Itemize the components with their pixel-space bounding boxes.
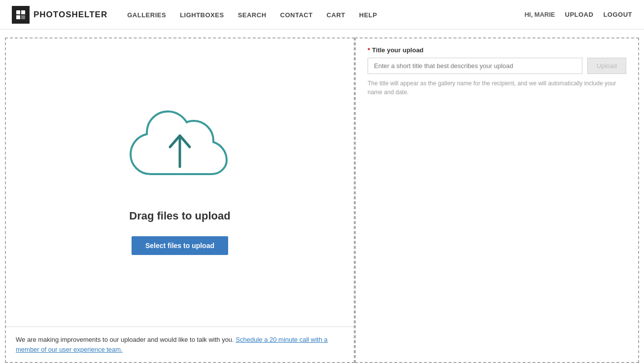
cloud-upload-icon [121,110,239,198]
nav-logout-link[interactable]: LOGOUT [603,11,632,18]
logo[interactable]: PHOTOSHELTER [12,6,107,24]
svg-rect-0 [16,10,20,14]
logo-text: PHOTOSHELTER [34,10,107,20]
right-panel: *Title your upload Upload The title will… [355,37,639,363]
required-star: * [368,46,370,54]
logo-icon [12,6,30,24]
nav-cart[interactable]: CART [327,11,345,19]
nav-search[interactable]: SEARCH [238,11,267,19]
title-input[interactable] [368,58,582,74]
svg-rect-3 [21,15,25,19]
nav-help[interactable]: HELP [359,11,377,19]
nav-right: HI, MARIE UPLOAD LOGOUT [524,11,632,18]
nav-galleries[interactable]: GALLERIES [127,11,166,19]
drag-files-text: Drag files to upload [129,210,230,222]
nav-contact[interactable]: CONTACT [280,11,313,19]
title-label: *Title your upload [368,46,626,54]
nav-links: GALLERIES LIGHTBOXES SEARCH CONTACT CART… [127,11,524,19]
svg-rect-1 [21,10,25,14]
helper-text: The title will appear as the gallery nam… [368,79,626,97]
bottom-banner: We are making improvements to our upload… [6,327,354,362]
select-files-button[interactable]: Select files to upload [132,236,228,255]
user-greeting: HI, MARIE [524,11,555,18]
title-row: Upload [368,58,626,74]
svg-rect-2 [16,15,20,19]
bottom-notice-text: We are making improvements to our upload… [16,336,234,343]
nav-upload-link[interactable]: UPLOAD [565,11,594,18]
drop-zone[interactable]: Drag files to upload Select files to upl… [6,38,354,327]
main-wrapper: Drag files to upload Select files to upl… [0,30,644,363]
main-nav: PHOTOSHELTER GALLERIES LIGHTBOXES SEARCH… [0,0,644,30]
upload-panel: Drag files to upload Select files to upl… [5,37,355,363]
nav-lightboxes[interactable]: LIGHTBOXES [180,11,224,19]
upload-button[interactable]: Upload [587,58,626,74]
